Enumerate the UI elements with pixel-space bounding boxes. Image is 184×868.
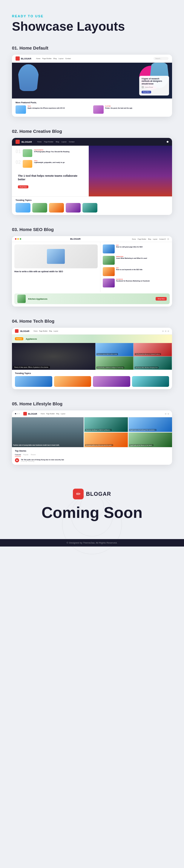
layout2-read-btn[interactable]: Read Now	[18, 185, 28, 188]
layout5-stories-title: Top Stories	[15, 450, 169, 452]
list-item[interactable]: A girl looks at the flowers in her hand.…	[128, 433, 172, 447]
layout4-dot2	[165, 331, 166, 332]
tab-popular[interactable]: Popular	[23, 454, 28, 456]
list-item[interactable]: 01 PHOTOGRAPHY 5 Photography Blogs You S…	[16, 149, 85, 157]
layout3-nav-blog[interactable]: Blog	[148, 238, 151, 240]
layout2-item-img-2	[23, 160, 32, 168]
layout1-hand-left	[18, 64, 39, 91]
layout1-nav-contact[interactable]: Contact	[65, 58, 71, 59]
layout5-nav-home[interactable]: Home	[41, 413, 44, 414]
list-item[interactable]: 02 TECH Lightweight, grippable, and read…	[16, 160, 85, 168]
layout2-title-2: Lightweight, grippable, and ready to go	[34, 161, 65, 163]
layout2-nav-pb[interactable]: Page Builder	[44, 141, 54, 143]
layout2-item-info-1: PHOTOGRAPHY 5 Photography Blogs You Shou…	[34, 149, 70, 153]
layout3-menu-icon[interactable]	[164, 238, 166, 240]
list-item[interactable]: Virtual Reality vs Artificial Intelligen…	[95, 356, 134, 370]
layout4-dot3	[167, 331, 169, 332]
list-item[interactable]	[49, 203, 64, 213]
list-item[interactable]: SEO How to craft great page titles for S…	[103, 244, 170, 253]
layout3-side-img-1	[103, 244, 115, 253]
list-item[interactable]: FLUTTER Flutter: the good, the bad and t…	[93, 105, 168, 114]
list-item[interactable]: TECH Apple reimagines the iPhone experie…	[16, 105, 91, 114]
layout1-feat-cat-1: TECH	[28, 105, 64, 107]
layout1-article-title: 4 types of research methods all designer…	[142, 78, 167, 85]
layout1-logo: BLOGAR	[16, 56, 31, 61]
layout1-feat-info-2: FLUTTER Flutter: the good, the bad and t…	[105, 105, 132, 109]
layout1-nav-blog[interactable]: Blog	[54, 58, 57, 59]
layout1-feat-img-1	[16, 105, 26, 114]
page-title: Showcase Layouts	[12, 20, 172, 33]
layout3-banner-img	[17, 294, 26, 303]
layout2-list: 01 PHOTOGRAPHY 5 Photography Blogs You S…	[12, 146, 89, 196]
layout1-feat-title-2: Flutter: the good, the bad and the ugly	[105, 107, 132, 109]
layout5-icon2[interactable]	[167, 413, 169, 414]
layout1-nav-links: Home Page Builder Blog Layout Contact	[36, 58, 71, 59]
layout3-body: SEO How to write a title with an optimal…	[12, 242, 172, 292]
list-item[interactable]	[83, 203, 97, 213]
section-label-3: 03. Home SEO Blog	[12, 227, 172, 232]
tab-recent[interactable]: Recent	[31, 454, 35, 456]
section-layout1: 01. Home Default BLOGAR Home Page Builde…	[0, 42, 184, 126]
section-label-1: 01. Home Default	[12, 45, 172, 51]
layout5-cell-label-2: A girl wears a hat looking at the mounta…	[129, 429, 156, 431]
layout1-read-btn[interactable]: Read More	[142, 91, 151, 93]
layout1-logo-icon	[16, 56, 20, 61]
layout4-nav-layout[interactable]: Layout	[54, 330, 58, 332]
layout3-dot-red	[15, 238, 17, 240]
list-item[interactable]: A woman walks out of the sea onto the sa…	[84, 433, 128, 447]
layout5-stories: Top Stories Featured Popular Recent ▶ Ti…	[12, 447, 172, 465]
layout4-hero-label: Beauty of deep space. Billions of galaxi…	[13, 366, 50, 369]
list-item[interactable]: SEO How to use keywords in the SEO title	[103, 267, 170, 276]
layout4-nav-blog[interactable]: Blog	[49, 330, 52, 332]
list-item[interactable]	[132, 376, 170, 387]
list-item[interactable]: An Electric Wok: Wireless Charging Case	[133, 356, 172, 370]
list-item[interactable]	[54, 376, 91, 387]
layout1-search[interactable]: Search...	[154, 57, 168, 60]
list-item[interactable]	[16, 203, 30, 213]
layout1-nav-right: Search...	[154, 57, 168, 60]
list-item[interactable]	[15, 376, 52, 387]
list-item[interactable]: A person standing in a field of sunflowe…	[84, 417, 128, 432]
layout2-num-2: 02	[16, 160, 21, 165]
tab-featured[interactable]: Featured	[15, 454, 21, 456]
layout5-logo-icon	[23, 412, 27, 415]
layout3-nav-pb[interactable]: Page Builder	[138, 238, 146, 240]
list-item[interactable]	[32, 203, 47, 213]
list-item[interactable]: FACEBOOK Facebook for Business Marketing…	[103, 278, 170, 287]
list-item[interactable]: The Racing that take you to Optimal Outd…	[133, 343, 172, 356]
layout2-nav-blog[interactable]: Blog	[56, 141, 59, 143]
preview-card-1: BLOGAR Home Page Builder Blog Layout Con…	[12, 55, 172, 117]
layout3-side-title-4: Facebook for Business Marketing on Faceb…	[116, 280, 150, 282]
list-item[interactable]: ▶ Tik Tok pulls out of Hong Kong due to …	[15, 458, 169, 462]
layout3-banner: Kitchen Appliances Shop Now	[14, 293, 170, 304]
layout3-search-icon[interactable]	[167, 238, 169, 240]
list-item[interactable]: Secret us reason falls for after results	[95, 343, 134, 356]
layout5-nav-pb[interactable]: Page Builder	[46, 413, 55, 414]
layout3-side-title-3: How to use keywords in the SEO title	[116, 269, 143, 271]
layout4-nav-home[interactable]: Home	[33, 330, 37, 332]
layout2-big-item[interactable]: The 1 tool that helps remote teams colla…	[16, 171, 85, 192]
layout4-banner-cat: Kitchen	[15, 337, 23, 340]
layout3-nav-home[interactable]: Home	[132, 238, 136, 240]
layout4-nav-pb[interactable]: Page Builder	[39, 330, 48, 332]
layout2-trending-title: Trending Topics	[16, 199, 168, 201]
layout2-nav-layout[interactable]: Layout	[62, 141, 67, 143]
layout2-nav-contact[interactable]: Contact	[69, 141, 74, 143]
layout4-nav: BLOGAR Home Page Builder Blog Layout	[12, 328, 172, 335]
layout3-nav-layout[interactable]: Layout	[153, 238, 157, 240]
layout1-nav-home[interactable]: Home	[36, 58, 41, 59]
list-item[interactable]: MARKETING Learn What Marketing is and Wh…	[103, 256, 170, 265]
section-layout2: 02. Home Creative Blog BLOGAR Home Page …	[0, 126, 184, 224]
list-item[interactable]: A girl wears a hat looking at the mounta…	[128, 417, 172, 432]
layout2-nav-home[interactable]: Home	[37, 141, 42, 143]
layout1-nav-pagebuilder[interactable]: Page Builder	[42, 58, 52, 59]
section-layout5: 05. Home Lifestyle Blog BLOGAR Home Page…	[0, 398, 184, 474]
layout3-nav-contact[interactable]: Contact	[159, 238, 164, 240]
layout1-nav-layout[interactable]: Layout	[59, 58, 64, 59]
list-item[interactable]	[93, 376, 130, 387]
layout3-banner-btn[interactable]: Shop Now	[156, 297, 167, 301]
layout5-nav-blog[interactable]: Blog	[56, 413, 59, 414]
layout5-icon1[interactable]	[165, 413, 166, 414]
list-item[interactable]	[66, 203, 81, 213]
layout5-nav-layout[interactable]: Layout	[61, 413, 65, 414]
